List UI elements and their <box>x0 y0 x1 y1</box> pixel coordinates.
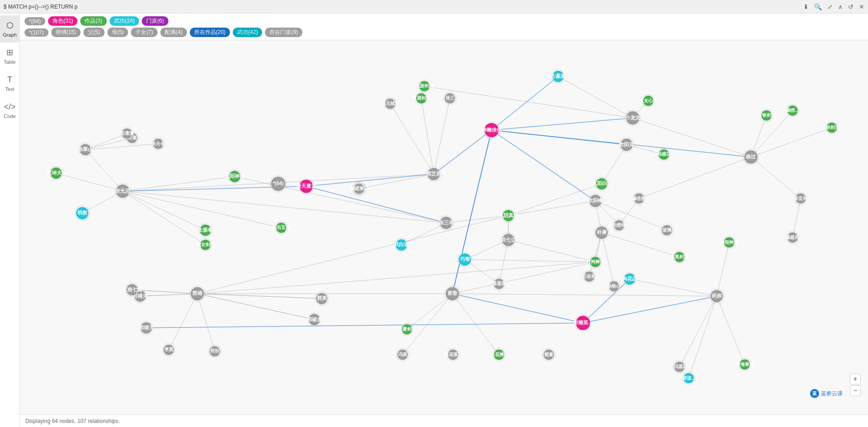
tag-all-nodes[interactable]: *(64) <box>24 17 45 25</box>
brand-logo: 蓝 蓝桥云课 <box>810 389 843 398</box>
zoom-in-button[interactable]: + <box>850 374 861 384</box>
tag-martial-skill[interactable]: 武功(42) <box>233 28 262 37</box>
tag-work[interactable]: 作品(3) <box>80 16 107 26</box>
toolbar-row-2: *(107) 师傅(15) 父(5) 母(5) 子女(7) 配偶(4) 所在作品… <box>24 28 863 37</box>
top-bar: $ MATCH p=()-->() RETURN p ⬇ 🔍 ⤢ ∧ ↺ ✕ <box>0 0 868 14</box>
sidebar-item-graph[interactable]: ⬡ Graph <box>0 15 20 43</box>
brand-text: 蓝桥云课 <box>821 390 843 398</box>
zoom-controls: + − <box>850 374 861 396</box>
status-text: Displaying 64 nodes, 107 relationships. <box>25 418 120 424</box>
table-icon: ⊞ <box>6 47 13 57</box>
tag-children[interactable]: 子女(7) <box>131 28 158 37</box>
maximize-icon[interactable]: ⤢ <box>827 3 833 10</box>
graph-icon: ⬡ <box>6 20 14 30</box>
tag-spouse[interactable]: 配偶(4) <box>160 28 187 37</box>
tag-shifu[interactable]: 师傅(15) <box>51 28 81 37</box>
query-text: $ MATCH p=()-->() RETURN p <box>4 4 77 10</box>
text-icon: T <box>7 75 12 85</box>
sidebar-label-table: Table <box>4 59 15 65</box>
tag-mother[interactable]: 母(5) <box>107 28 129 37</box>
sidebar: ⬡ Graph ⊞ Table T Text </> Code <box>0 14 20 427</box>
search-icon[interactable]: 🔍 <box>814 3 822 10</box>
refresh-icon[interactable]: ↺ <box>848 3 854 10</box>
sidebar-label-graph: Graph <box>3 32 17 38</box>
graph-canvas[interactable] <box>20 40 868 414</box>
status-bar: Displaying 64 nodes, 107 relationships. <box>20 414 868 427</box>
zoom-out-button[interactable]: − <box>850 385 861 396</box>
code-icon: </> <box>4 102 15 112</box>
brand-icon: 蓝 <box>810 389 819 398</box>
main-area: ⬡ Graph ⊞ Table T Text </> Code *(64) 角色… <box>0 14 868 427</box>
sidebar-item-text[interactable]: T Text <box>0 70 20 97</box>
query-bar: $ MATCH p=()-->() RETURN p <box>4 4 77 10</box>
tag-character[interactable]: 角色(31) <box>48 16 77 26</box>
tag-in-school[interactable]: 所在门派(9) <box>265 28 302 37</box>
download-icon[interactable]: ⬇ <box>803 3 809 10</box>
close-icon[interactable]: ✕ <box>859 3 864 10</box>
tag-school[interactable]: 门派(6) <box>142 16 168 26</box>
toolbar-row-1: *(64) 角色(31) 作品(3) 武功(24) 门派(6) <box>24 16 863 26</box>
sidebar-item-table[interactable]: ⊞ Table <box>0 43 20 70</box>
top-bar-actions: ⬇ 🔍 ⤢ ∧ ↺ ✕ <box>803 3 864 10</box>
tag-all-rel[interactable]: *(107) <box>24 28 48 37</box>
tag-in-work[interactable]: 所在作品(20) <box>190 28 230 37</box>
up-icon[interactable]: ∧ <box>838 3 843 10</box>
tag-father[interactable]: 父(5) <box>83 28 105 37</box>
sidebar-label-text: Text <box>5 86 14 92</box>
sidebar-item-code[interactable]: </> Code <box>0 97 20 124</box>
tag-martial[interactable]: 武功(24) <box>110 16 139 26</box>
graph-container[interactable]: + − 蓝 蓝桥云课 <box>20 40 868 414</box>
content-area: *(64) 角色(31) 作品(3) 武功(24) 门派(6) *(107) 师… <box>20 14 868 427</box>
sidebar-label-code: Code <box>4 114 15 119</box>
toolbar: *(64) 角色(31) 作品(3) 武功(24) 门派(6) *(107) 师… <box>20 14 868 40</box>
